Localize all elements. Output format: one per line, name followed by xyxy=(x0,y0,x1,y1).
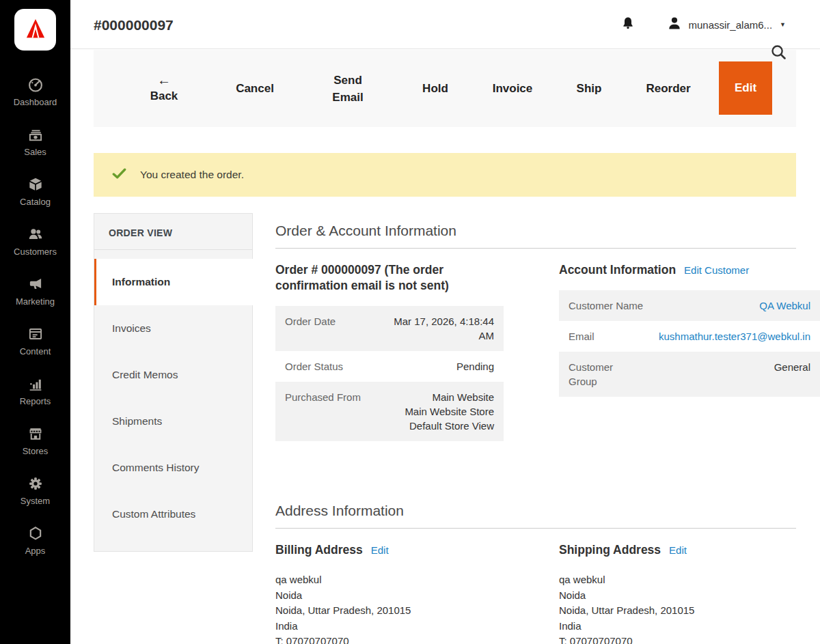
order-date-value: Mar 17, 2026, 4:18:44 AM xyxy=(381,314,494,343)
account-info-table: Customer Name QA Webkul Email kushmathur… xyxy=(559,290,820,397)
hold-button[interactable]: Hold xyxy=(422,80,448,98)
order-actions-toolbar: ← Back Cancel Send Email Hold Invoice Sh… xyxy=(94,50,796,127)
order-view-tab-invoices[interactable]: Invoices xyxy=(94,305,252,352)
order-view-page: Dashboard Sales Catalog Customers xyxy=(0,0,820,644)
page-header: #000000097 munassir_alam6... ▼ xyxy=(70,0,820,49)
customer-name-link[interactable]: QA Webkul xyxy=(644,298,810,313)
sidebar-item-reports[interactable]: Reports xyxy=(0,365,70,415)
sidebar-menu: Dashboard Sales Catalog Customers xyxy=(0,66,70,565)
order-view-tab-credit-memos[interactable]: Credit Memos xyxy=(94,352,252,398)
sales-icon xyxy=(27,126,44,143)
order-number-heading: Order # 000000097 (The order confirmatio… xyxy=(275,262,504,294)
order-view-panel: ORDER VIEW Information Invoices Credit M… xyxy=(94,213,253,552)
customer-email-link[interactable]: kushmathur.tester371@webkul.in xyxy=(644,329,810,344)
billing-address-heading: Billing Address xyxy=(275,542,363,558)
send-email-button[interactable]: Send Email xyxy=(318,71,377,106)
sidebar-item-label: Reports xyxy=(20,396,51,406)
back-arrow-icon: ← xyxy=(150,72,178,87)
reports-chart-icon xyxy=(27,375,44,393)
success-message-banner: You created the order. xyxy=(94,153,796,197)
shipping-address-heading: Shipping Address xyxy=(559,542,661,558)
sidebar-item-label: Content xyxy=(20,346,51,356)
sidebar-item-label: Catalog xyxy=(20,197,51,207)
order-view-tab-comments-history[interactable]: Comments History xyxy=(94,445,252,491)
stores-storefront-icon xyxy=(27,425,44,443)
success-message-text: You created the order. xyxy=(140,169,244,181)
billing-address-block: Billing Address Edit qa webkul Noida Noi… xyxy=(275,542,535,644)
cancel-button[interactable]: Cancel xyxy=(236,80,274,98)
sidebar-item-label: Sales xyxy=(24,147,46,157)
table-row: Customer Name QA Webkul xyxy=(559,290,820,321)
edit-shipping-address-link[interactable]: Edit xyxy=(669,544,687,556)
order-status-value: Pending xyxy=(381,359,494,374)
sidebar-item-dashboard[interactable]: Dashboard xyxy=(0,66,70,116)
dashboard-icon xyxy=(27,76,44,94)
sidebar-item-label: Customers xyxy=(14,247,57,257)
sidebar-item-marketing[interactable]: Marketing xyxy=(0,266,70,316)
purchased-from-value: Main Website Main Website Store Default … xyxy=(381,390,494,433)
search-icon[interactable] xyxy=(769,43,788,64)
sidebar-item-apps[interactable]: Apps xyxy=(0,515,70,565)
sidebar-item-sales[interactable]: Sales xyxy=(0,116,70,166)
sidebar-item-label: Apps xyxy=(25,546,46,556)
back-button[interactable]: ← Back xyxy=(150,72,178,105)
sidebar-item-customers[interactable]: Customers xyxy=(0,216,70,266)
system-gear-icon xyxy=(27,475,44,492)
table-row: Email kushmathur.tester371@webkul.in xyxy=(559,321,820,352)
apps-hexagon-icon xyxy=(27,524,44,542)
content-page-icon xyxy=(27,325,44,343)
customers-icon xyxy=(27,225,44,243)
order-view-tab-information[interactable]: Information xyxy=(94,259,253,305)
invoice-button[interactable]: Invoice xyxy=(493,80,533,98)
reorder-button[interactable]: Reorder xyxy=(646,80,690,98)
account-information-heading: Account Information xyxy=(559,262,676,278)
table-row: Order Date Mar 17, 2026, 4:18:44 AM xyxy=(275,306,504,351)
account-information-block: Account Information Edit Customer Custom… xyxy=(559,262,820,397)
sidebar-item-label: System xyxy=(20,496,50,506)
sidebar-item-label: Dashboard xyxy=(14,97,57,107)
sidebar-item-catalog[interactable]: Catalog xyxy=(0,166,70,216)
customer-group-value: General xyxy=(644,360,810,389)
table-row: Order Status Pending xyxy=(275,351,504,382)
table-row: Purchased From Main Website Main Website… xyxy=(275,382,504,441)
shipping-address-lines: qa webkul Noida Noida, Uttar Pradesh, 20… xyxy=(559,572,819,644)
notifications-bell-icon[interactable] xyxy=(620,15,636,34)
order-information-block: Order # 000000097 (The order confirmatio… xyxy=(275,262,504,441)
sidebar-item-label: Stores xyxy=(23,446,49,456)
sidebar-item-label: Marketing xyxy=(16,296,55,307)
edit-button[interactable]: Edit xyxy=(719,61,772,115)
order-view-tab-custom-attributes[interactable]: Custom Attributes xyxy=(94,491,252,537)
adobe-commerce-logo[interactable] xyxy=(14,9,56,51)
username-label: munassir_alam6... xyxy=(689,19,773,31)
sidebar-item-system[interactable]: System xyxy=(0,465,70,515)
user-account-menu[interactable]: munassir_alam6... ▼ xyxy=(666,15,786,34)
sidebar-item-content[interactable]: Content xyxy=(0,316,70,365)
section-title-order-account: Order & Account Information xyxy=(275,223,796,249)
catalog-box-icon xyxy=(27,176,44,193)
section-title-address: Address Information xyxy=(275,503,796,529)
billing-address-lines: qa webkul Noida Noida, Uttar Pradesh, 20… xyxy=(275,572,535,644)
admin-sidebar: Dashboard Sales Catalog Customers xyxy=(0,0,70,644)
ship-button[interactable]: Ship xyxy=(577,80,602,98)
table-row: Customer Group General xyxy=(559,352,820,397)
chevron-down-icon: ▼ xyxy=(780,21,786,28)
page-title: #000000097 xyxy=(94,17,174,33)
edit-billing-address-link[interactable]: Edit xyxy=(371,544,389,556)
adobe-logo-icon xyxy=(21,14,50,46)
order-info-table: Order Date Mar 17, 2026, 4:18:44 AM Orde… xyxy=(275,306,504,441)
marketing-megaphone-icon xyxy=(27,275,44,293)
edit-customer-link[interactable]: Edit Customer xyxy=(684,264,749,276)
shipping-address-block: Shipping Address Edit qa webkul Noida No… xyxy=(559,542,819,644)
sidebar-item-stores[interactable]: Stores xyxy=(0,415,70,465)
user-avatar-icon xyxy=(666,15,683,34)
success-check-icon xyxy=(111,166,127,184)
order-view-tab-shipments[interactable]: Shipments xyxy=(94,398,252,445)
order-view-panel-title: ORDER VIEW xyxy=(94,214,252,250)
